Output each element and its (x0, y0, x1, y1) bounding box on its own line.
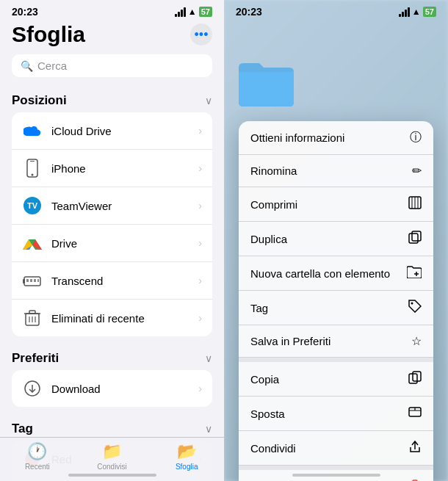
rename-icon: ✏ (412, 164, 422, 178)
signal-bars (175, 7, 186, 17)
download-label: Download (51, 383, 198, 395)
trash-icon (22, 308, 43, 328)
teamviewer-label: TeamViewer (51, 200, 198, 212)
left-time: 20:23 (12, 6, 38, 18)
drive-chevron: › (198, 237, 202, 249)
compress-icon (408, 196, 422, 212)
copy-label: Copia (250, 373, 279, 386)
svg-rect-14 (37, 279, 39, 282)
right-panel: 20:23 ▲ 57 Ottieni informazioni ⓘ Rinomi… (224, 0, 448, 481)
posizioni-chevron[interactable]: ∨ (205, 95, 212, 106)
save-fav-label: Salva in Preferiti (250, 335, 330, 347)
menu-item-rename[interactable]: Rinomina ✏ (239, 155, 433, 187)
tag-label: Tag (250, 302, 268, 314)
list-item-teamviewer[interactable]: TV TeamViewer › (12, 187, 212, 225)
tab-condivisi[interactable]: 📁 Condivisi (75, 442, 150, 471)
tab-recenti[interactable]: 🕐 Recenti (0, 442, 75, 471)
info-icon: ⓘ (410, 130, 422, 145)
duplicate-icon (408, 231, 422, 247)
icloud-chevron: › (198, 125, 202, 137)
svg-rect-12 (30, 279, 32, 282)
sfoglia-icon: 📂 (177, 442, 197, 461)
iphone-icon (22, 158, 43, 178)
copy-icon (408, 371, 422, 387)
menu-item-tag[interactable]: Tag (239, 291, 433, 325)
right-time: 20:23 (236, 6, 262, 18)
menu-item-compress[interactable]: Comprimi (239, 187, 433, 222)
drive-label: Drive (51, 237, 198, 250)
list-item-icloud[interactable]: iCloud Drive › (12, 112, 212, 150)
svg-point-1 (32, 174, 34, 176)
condivisi-label: Condivisi (97, 463, 127, 471)
rename-label: Rinomina (250, 164, 297, 177)
home-indicator-right (292, 474, 380, 477)
signal-icons: ▲ 57 (175, 7, 212, 17)
context-menu: Ottieni informazioni ⓘ Rinomina ✏ Compri… (239, 121, 433, 481)
menu-item-duplicate[interactable]: Duplica (239, 222, 433, 256)
menu-item-share[interactable]: Condividi (239, 431, 433, 466)
preferiti-title: Preferiti (12, 351, 59, 366)
menu-item-save-fav[interactable]: Salva in Preferiti ☆ (239, 325, 433, 358)
icloud-label: iCloud Drive (51, 125, 198, 137)
posizioni-title: Posizioni (12, 93, 67, 108)
download-chevron: › (198, 383, 202, 394)
duplicate-label: Duplica (250, 233, 287, 245)
home-indicator-left (68, 474, 156, 477)
right-battery-icon: 57 (423, 7, 436, 17)
list-item-eliminati[interactable]: Eliminati di recente › (12, 300, 212, 336)
preferiti-chevron[interactable]: ∨ (205, 352, 212, 364)
svg-rect-2 (30, 161, 35, 162)
menu-item-copy[interactable]: Copia (239, 362, 433, 397)
svg-rect-13 (34, 279, 36, 282)
svg-text:TV: TV (27, 201, 38, 210)
tag-title: Tag (12, 422, 33, 436)
background-folder (239, 59, 294, 118)
menu-item-info[interactable]: Ottieni informazioni ⓘ (239, 121, 433, 155)
svg-rect-28 (412, 231, 421, 241)
tab-sfoglia[interactable]: 📂 Sfoglia (149, 442, 224, 471)
right-signal-bars (399, 7, 410, 17)
tag-chevron[interactable]: ∨ (205, 423, 212, 435)
recenti-label: Recenti (25, 463, 50, 471)
preferiti-section-header: Preferiti ∨ (0, 342, 224, 370)
list-item-download[interactable]: Download › (12, 370, 212, 407)
scroll-content: Posizioni ∨ iCloud Drive › (0, 84, 224, 481)
search-bar[interactable]: 🔍 Cerca (12, 54, 212, 77)
right-signal-icons: ▲ 57 (399, 7, 436, 17)
search-placeholder: Cerca (37, 59, 67, 72)
share-label: Condividi (250, 442, 296, 455)
drive-icon (22, 233, 43, 253)
transcend-chevron: › (198, 275, 202, 286)
new-folder-label: Nuova cartella con elemento (250, 267, 390, 280)
svg-point-31 (411, 303, 413, 305)
battery-icon: 57 (199, 7, 212, 17)
eliminati-label: Eliminati di recente (51, 312, 198, 325)
page-title: Sfoglia (12, 22, 85, 47)
recenti-icon: 🕐 (27, 442, 47, 461)
svg-rect-11 (26, 279, 29, 282)
right-wifi-icon: ▲ (412, 7, 421, 17)
transcend-icon (22, 270, 43, 291)
left-status-bar: 20:23 ▲ 57 (0, 0, 224, 21)
share-icon (408, 440, 422, 456)
svg-rect-10 (23, 279, 25, 283)
iphone-label: iPhone (51, 162, 198, 175)
iphone-chevron: › (198, 162, 202, 174)
move-icon (408, 405, 422, 422)
posizioni-list: iCloud Drive › iPhone › (12, 112, 212, 336)
transcend-label: Transcend (51, 275, 198, 287)
preferiti-list: Download › (12, 370, 212, 407)
teamviewer-icon: TV (22, 195, 43, 216)
left-panel: 20:23 ▲ 57 Sfoglia ••• 🔍 Cerca Posizioni… (0, 0, 224, 481)
list-item-drive[interactable]: Drive › (12, 225, 212, 262)
menu-item-new-folder[interactable]: Nuova cartella con elemento (239, 256, 433, 291)
eliminati-chevron: › (198, 312, 202, 324)
right-status-bar: 20:23 ▲ 57 (224, 0, 448, 21)
wifi-icon: ▲ (188, 7, 197, 17)
menu-item-move[interactable]: Sposta (239, 397, 433, 431)
more-button[interactable]: ••• (190, 23, 212, 46)
header-row: Sfoglia ••• (0, 21, 224, 51)
list-item-iphone[interactable]: iPhone › (12, 150, 212, 187)
posizioni-section-header: Posizioni ∨ (0, 84, 224, 112)
list-item-transcend[interactable]: Transcend › (12, 262, 212, 300)
